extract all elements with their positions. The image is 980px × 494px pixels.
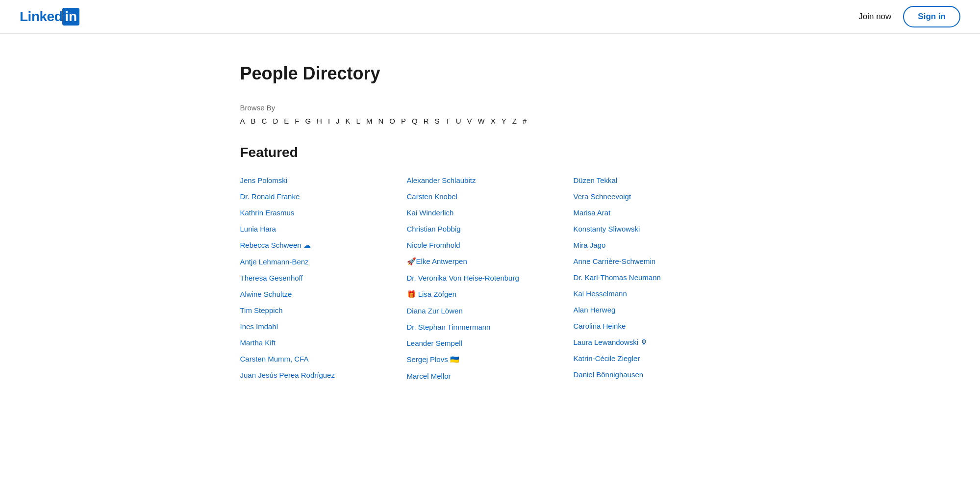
alpha-link-S[interactable]: S xyxy=(435,117,440,125)
person-link[interactable]: Kai Hesselmann xyxy=(574,286,740,302)
people-col-1: Jens PolomskiDr. Ronald FrankeKathrin Er… xyxy=(240,172,407,384)
person-link[interactable]: Antje Lehmann-Benz xyxy=(240,254,407,270)
nav-actions: Join now Sign in xyxy=(858,6,960,27)
featured-section: Featured Jens PolomskiDr. Ronald FrankeK… xyxy=(240,145,740,384)
people-col-2: Alexander SchlaubitzCarsten KnobelKai Wi… xyxy=(407,172,574,384)
alpha-link-Y[interactable]: Y xyxy=(502,117,506,125)
person-link[interactable]: Martha Kift xyxy=(240,335,407,351)
person-link[interactable]: Kathrin Erasmus xyxy=(240,205,407,221)
person-link[interactable]: Dr. Veronika Von Heise-Rotenburg xyxy=(407,270,574,286)
alpha-link-E[interactable]: E xyxy=(284,117,289,125)
join-now-link[interactable]: Join now xyxy=(858,12,891,22)
person-link[interactable]: Mira Jago xyxy=(574,237,740,253)
alpha-link-P[interactable]: P xyxy=(401,117,406,125)
person-link[interactable]: Dr. Stephan Timmermann xyxy=(407,319,574,335)
alpha-link-K[interactable]: K xyxy=(346,117,351,125)
person-link[interactable]: Diana Zur Löwen xyxy=(407,303,574,319)
alpha-link-L[interactable]: L xyxy=(356,117,360,125)
person-link[interactable]: Vera Schneevoigt xyxy=(574,188,740,205)
person-link[interactable]: Leander Sempell xyxy=(407,335,574,351)
alpha-link-Q[interactable]: Q xyxy=(412,117,418,125)
browse-label: Browse By xyxy=(240,104,740,112)
alpha-link-Z[interactable]: Z xyxy=(512,117,517,125)
main-content: People Directory Browse By ABCDEFGHIJKLM… xyxy=(221,34,760,404)
alpha-link-J[interactable]: J xyxy=(336,117,340,125)
person-link[interactable]: Alwine Schultze xyxy=(240,286,407,302)
alpha-link-B[interactable]: B xyxy=(251,117,256,125)
alpha-link-C[interactable]: C xyxy=(262,117,267,125)
alpha-link-A[interactable]: A xyxy=(240,117,245,125)
person-link[interactable]: Konstanty Sliwowski xyxy=(574,221,740,237)
person-link[interactable]: Marcel Mellor xyxy=(407,368,574,384)
alpha-link-X[interactable]: X xyxy=(491,117,496,125)
person-link[interactable]: Alexander Schlaubitz xyxy=(407,172,574,188)
logo[interactable]: Linkedin xyxy=(20,8,79,26)
alpha-link-#[interactable]: # xyxy=(523,117,527,125)
person-link[interactable]: Anne Carrière-Schwemin xyxy=(574,253,740,269)
logo-in-box: in xyxy=(62,8,79,26)
person-link[interactable]: Juan Jesús Perea Rodríguez xyxy=(240,367,407,383)
person-link[interactable]: Dr. Karl-Thomas Neumann xyxy=(574,269,740,286)
alpha-link-N[interactable]: N xyxy=(378,117,383,125)
sign-in-button[interactable]: Sign in xyxy=(903,6,960,27)
alpha-link-W[interactable]: W xyxy=(478,117,485,125)
site-header: Linkedin Join now Sign in xyxy=(0,0,980,34)
person-link[interactable]: 🚀Elke Antwerpen xyxy=(407,253,574,270)
person-link[interactable]: Düzen Tekkal xyxy=(574,172,740,188)
person-link[interactable]: Tim Steppich xyxy=(240,302,407,318)
person-link[interactable]: Christian Pobbig xyxy=(407,221,574,237)
browse-section: Browse By ABCDEFGHIJKLMNOPQRSTUVWXYZ# xyxy=(240,104,740,125)
person-link[interactable]: Kai Winderlich xyxy=(407,205,574,221)
page-title: People Directory xyxy=(240,63,740,84)
person-link[interactable]: Carolina Heinke xyxy=(574,318,740,334)
person-link[interactable]: Carsten Knobel xyxy=(407,188,574,205)
alpha-link-H[interactable]: H xyxy=(317,117,322,125)
person-link[interactable]: Rebecca Schween ☁ xyxy=(240,237,407,254)
person-link[interactable]: Katrin-Cécile Ziegler xyxy=(574,350,740,366)
person-link[interactable]: Lunia Hara xyxy=(240,221,407,237)
person-link[interactable]: Jens Polomski xyxy=(240,172,407,188)
person-link[interactable]: Dr. Ronald Franke xyxy=(240,188,407,205)
alpha-link-F[interactable]: F xyxy=(295,117,299,125)
alpha-link-I[interactable]: I xyxy=(328,117,330,125)
alpha-link-G[interactable]: G xyxy=(305,117,311,125)
person-link[interactable]: Nicole Fromhold xyxy=(407,237,574,253)
alpha-link-T[interactable]: T xyxy=(446,117,450,125)
alpha-link-R[interactable]: R xyxy=(424,117,429,125)
alpha-link-V[interactable]: V xyxy=(467,117,472,125)
person-link[interactable]: Daniel Bönnighausen xyxy=(574,366,740,383)
alpha-link-D[interactable]: D xyxy=(273,117,278,125)
person-link[interactable]: Laura Lewandowski 🎙 xyxy=(574,334,740,350)
logo-text: Linked xyxy=(20,9,62,25)
alpha-link-U[interactable]: U xyxy=(456,117,461,125)
person-link[interactable]: 🎁 Lisa Zöfgen xyxy=(407,286,574,303)
person-link[interactable]: Ines Imdahl xyxy=(240,318,407,335)
alpha-link-M[interactable]: M xyxy=(366,117,373,125)
people-col-3: Düzen TekkalVera SchneevoigtMarisa AratK… xyxy=(574,172,740,384)
person-link[interactable]: Theresa Gesenhoff xyxy=(240,270,407,286)
alpha-link-O[interactable]: O xyxy=(389,117,395,125)
person-link[interactable]: Alan Herweg xyxy=(574,302,740,318)
people-grid: Jens PolomskiDr. Ronald FrankeKathrin Er… xyxy=(240,172,740,384)
person-link[interactable]: Carsten Mumm, CFA xyxy=(240,351,407,367)
person-link[interactable]: Sergej Plovs 🇺🇦 xyxy=(407,351,574,368)
person-link[interactable]: Marisa Arat xyxy=(574,205,740,221)
featured-title: Featured xyxy=(240,145,740,160)
alphabet-nav: ABCDEFGHIJKLMNOPQRSTUVWXYZ# xyxy=(240,117,740,125)
